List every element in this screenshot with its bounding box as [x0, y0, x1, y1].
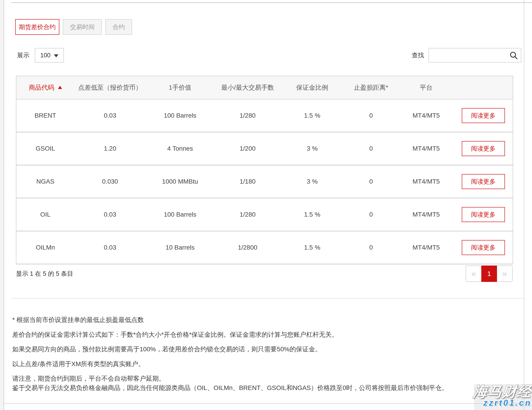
table-row: BRENT 0.03 100 Barrels 1/280 1.5 % 0 MT4…: [16, 99, 513, 132]
read-more-button[interactable]: 阅读更多: [462, 240, 505, 255]
note-margin-formula: 差价合约的保证金需求计算公式如下：手数*合约大小*开仓价格*保证金比例。保证金需…: [12, 330, 500, 340]
cell-platform: MT4/MT5: [399, 165, 454, 198]
search-input[interactable]: [428, 48, 521, 63]
cell-margin: 3 %: [281, 132, 343, 165]
page-size-value: 100: [40, 52, 50, 59]
cell-min-max-lots: 1/280: [214, 198, 281, 231]
column-header-min-max-lots[interactable]: 最小/最大交易手数: [214, 76, 281, 99]
cell-lot-value: 1000 MMBtu: [146, 165, 214, 198]
pagination-row: 显示 1 在 5 的 5 条目 « 1 »: [16, 265, 513, 282]
notice-expiry: 请注意，期货合约到期后，平台不会自动帮客户延期。: [12, 374, 500, 383]
cell-platform: MT4/MT5: [399, 198, 454, 231]
note-hedged-margin: 如果交易同方向的商品，预付款比例需要高于100%，若使用差价合约锁仓交易的话，则…: [12, 345, 500, 354]
cell-lot-value: 4 Tonnes: [146, 132, 214, 165]
table-summary: 显示 1 在 5 的 5 条目: [16, 270, 73, 278]
pagination-page-1-button[interactable]: 1: [481, 265, 497, 282]
cell-lot-value: 100 Barrels: [146, 99, 214, 132]
table-body: BRENT 0.03 100 Barrels 1/280 1.5 % 0 MT4…: [16, 99, 513, 264]
table-row: GSOIL 1.20 4 Tonnes 1/200 3 % 0 MT4/MT5 …: [16, 132, 513, 165]
search-label: 查找: [412, 51, 424, 59]
cell-sl-tp-distance: 0: [343, 198, 399, 231]
read-more-button[interactable]: 阅读更多: [462, 141, 505, 156]
cell-margin: 3 %: [281, 165, 343, 198]
cell-sl-tp-distance: 0: [343, 231, 399, 264]
notice-negative-prices: 鉴于交易平台无法交易负价格金融商品，因此当任何能源类商品（OIL、OILMn、B…: [12, 383, 500, 393]
cell-sl-tp-distance: 0: [343, 99, 399, 132]
cell-min-max-lots: 1/180: [214, 165, 281, 198]
table-row: OIL 0.03 100 Barrels 1/280 1.5 % 0 MT4/M…: [16, 198, 513, 231]
page-right-border: [524, 0, 524, 410]
table-row: NGAS 0.030 1000 MMBtu 1/180 3 % 0 MT4/MT…: [16, 165, 513, 198]
read-more-button[interactable]: 阅读更多: [462, 207, 505, 222]
top-divider: [11, 2, 532, 3]
pagination: « 1 »: [466, 265, 513, 282]
pagination-next-button[interactable]: »: [497, 265, 513, 282]
cell-margin: 1.5 %: [281, 99, 343, 132]
cell-margin: 1.5 %: [281, 231, 343, 264]
bottom-divider: [4, 403, 524, 404]
table-header-row: 商品代码 点差低至（报价货币） 1手价值 最小/最大交易手数 保证金比例 止盈损…: [16, 76, 513, 99]
tab-futures-cfd[interactable]: 期货差价合约: [15, 19, 59, 35]
cell-min-max-lots: 1/2800: [214, 231, 281, 264]
column-header-sl-tp-distance[interactable]: 止盈损距离*: [343, 76, 399, 99]
cell-symbol: OILMn: [16, 231, 74, 264]
cell-symbol: GSOIL: [16, 132, 74, 165]
cell-min-max-lots: 1/280: [214, 99, 281, 132]
cell-lot-value: 100 Barrels: [146, 198, 214, 231]
tab-trading-hours[interactable]: 交易时间: [63, 19, 102, 35]
footer-notes: * 根据当前市价设置挂单的最低止损盈最低点数 差价合约的保证金需求计算公式如下：…: [12, 315, 500, 393]
column-header-actions: [454, 76, 513, 99]
cell-spread: 0.030: [74, 165, 146, 198]
cell-spread: 1.20: [74, 132, 146, 165]
page-left-border: [0, 0, 4, 410]
watermark: 海马财经 zzrt01.cn: [455, 384, 532, 407]
show-label: 展示: [17, 51, 29, 59]
cell-platform: MT4/MT5: [399, 231, 454, 264]
cell-actions: 阅读更多: [454, 99, 513, 132]
note-accounts: 以上点差/条件适用于XM所有类型的真实账户。: [12, 360, 500, 369]
tab-contract[interactable]: 合约: [105, 19, 132, 35]
pagination-prev-button[interactable]: «: [466, 265, 481, 282]
cell-spread: 0.03: [74, 231, 146, 264]
column-header-platform[interactable]: 平台: [399, 76, 454, 99]
cell-margin: 1.5 %: [281, 198, 343, 231]
watermark-url: zzrt01.cn: [455, 399, 532, 407]
section-divider: [11, 298, 524, 299]
cell-symbol: BRENT: [16, 99, 74, 132]
cell-actions: 阅读更多: [454, 165, 513, 198]
cell-spread: 0.03: [74, 99, 146, 132]
cell-lot-value: 10 Barrels: [146, 231, 214, 264]
column-header-margin[interactable]: 保证金比例: [281, 76, 343, 99]
cell-platform: MT4/MT5: [399, 132, 454, 165]
cell-symbol: NGAS: [16, 165, 74, 198]
watermark-logo-text: 海马财经: [455, 384, 532, 399]
table-controls: 展示 100 查找: [17, 48, 521, 63]
column-header-spread[interactable]: 点差低至（报价货币）: [74, 76, 146, 99]
cell-spread: 0.03: [74, 198, 146, 231]
cell-symbol: OIL: [16, 198, 74, 231]
chevron-down-icon: [54, 54, 58, 57]
read-more-button[interactable]: 阅读更多: [462, 108, 505, 123]
cell-actions: 阅读更多: [454, 198, 513, 231]
tab-bar: 期货差价合约 交易时间 合约: [15, 19, 132, 35]
cell-actions: 阅读更多: [454, 132, 513, 165]
table-row: OILMn 0.03 10 Barrels 1/2800 1.5 % 0 MT4…: [16, 231, 513, 264]
cell-actions: 阅读更多: [454, 231, 513, 264]
read-more-button[interactable]: 阅读更多: [462, 174, 505, 189]
cell-sl-tp-distance: 0: [343, 165, 399, 198]
cell-platform: MT4/MT5: [399, 99, 454, 132]
page-size-select[interactable]: 100: [35, 48, 64, 63]
cell-sl-tp-distance: 0: [343, 132, 399, 165]
notice-block: 请注意，期货合约到期后，平台不会自动帮客户延期。 鉴于交易平台无法交易负价格金融…: [12, 374, 500, 392]
column-header-symbol[interactable]: 商品代码: [16, 76, 74, 99]
note-stop-levels: * 根据当前市价设置挂单的最低止损盈最低点数: [12, 315, 500, 325]
cell-min-max-lots: 1/200: [214, 132, 281, 165]
column-header-lot-value[interactable]: 1手价值: [146, 76, 214, 99]
column-header-symbol-label: 商品代码: [29, 84, 54, 91]
contracts-table: 商品代码 点差低至（报价货币） 1手价值 最小/最大交易手数 保证金比例 止盈损…: [16, 76, 513, 264]
sort-asc-icon: [58, 86, 62, 89]
